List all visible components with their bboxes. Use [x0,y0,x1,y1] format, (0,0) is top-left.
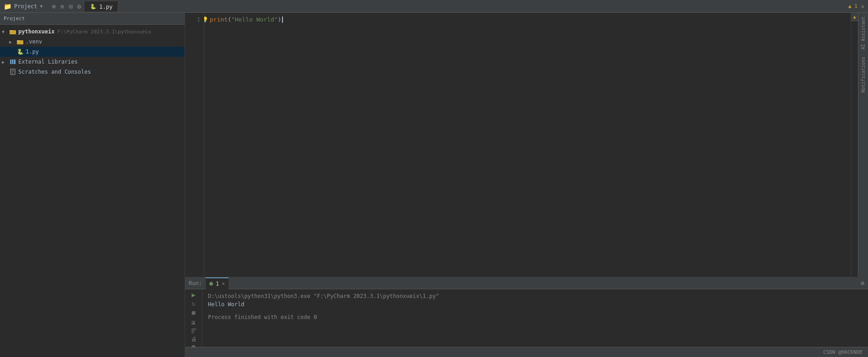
string-hello: "Hello World" [231,16,278,24]
run-label: Run: [189,280,202,287]
far-right-panel: AI Assistant Notifications [858,13,868,277]
gutter-warning-icon: ▲ [853,14,856,19]
tree-item-venv[interactable]: ▶ .venv [0,37,185,47]
bulb-hint-icon[interactable]: 💡 [204,16,208,24]
run-process-line: Process finished with exit code 0 [208,313,863,321]
status-bar: CSDN @HACKNOE [185,347,868,357]
scratch-icon [9,68,16,76]
run-cmd-line: D:\ustools\python31\python3.exe "F:\PyCh… [208,292,863,300]
line-numbers: 1 [185,13,204,277]
code-editor[interactable]: 💡 print ( "Hello World" ) [204,13,851,277]
run-settings-icon[interactable]: ⚙ [861,280,864,287]
title-bar: 📁 Project ▼ ⊕ ≡ ⊟ ⚙ 🐍 1.py ▲ 1 ∧ [0,0,868,13]
extlib-label: External Libraries [18,59,78,65]
code-line-1: 💡 print ( "Hello World" ) [210,16,851,24]
bookmark-icon[interactable]: ⊟ [69,3,72,10]
title-tab-py-icon: 🐍 [90,4,96,10]
paren-open: ( [228,16,231,24]
run-output-hello: Hello World [208,300,863,308]
folder-icon-venv [16,38,24,45]
status-label: CSDN @HACKNOE [823,349,863,355]
warning-count-top: ▲ 1 [848,3,857,9]
right-gutter: ▲ [851,13,858,277]
run-tab-right-icons: ⚙ [861,280,864,287]
sidebar-title: Project [4,16,25,22]
run-panel: Run: 1 ✕ ⚙ ▶ ↻ ■ [185,277,868,357]
warning-count-gutter: ▲ [851,13,858,21]
project-icon: 📁 [4,3,11,10]
run-sidebar: ▶ ↻ ■ [185,289,202,347]
svg-rect-4 [10,60,11,64]
run-tab-1[interactable]: 1 ✕ [206,277,229,289]
project-dropdown-arrow[interactable]: ▼ [40,4,43,9]
run-tab-number: 1 [216,281,219,287]
venv-label: .venv [26,38,42,45]
run-output-area: D:\ustools\python31\python3.exe "F:\PyCh… [202,289,868,347]
main-layout: Project ▼ pythonxueix F:\PyCharm 2023.3.… [0,13,868,357]
svg-rect-1 [10,30,12,31]
structure-icon[interactable]: ≡ [60,3,64,10]
run-print-button[interactable]: 🖨 [189,336,199,342]
sidebar-tree: ▼ pythonxueix F:\PyCharm 2023.3.1\python… [0,25,185,357]
folder-icon-root [9,28,16,35]
tree-item-1py[interactable]: ▶ 🐍 1.py [0,47,185,57]
kw-print: print [210,16,228,24]
svg-rect-6 [14,60,16,64]
run-status-dot [209,282,213,286]
run-wrap-button[interactable] [189,319,199,326]
title-bar-icons: ▲ 1 ∧ [848,3,864,10]
settings-icon[interactable]: ⚙ [77,3,81,10]
line-number-1: 1 [185,16,200,24]
tree-item-extlib[interactable]: ▶ External Libraries [0,57,185,67]
editor-area: 1 💡 print ( "Hello World" ) ▲ [185,13,868,357]
navigate-icon[interactable]: ⊕ [52,3,56,10]
library-icon [9,58,16,65]
sidebar-header: Project [0,13,185,25]
run-tab-bar: Run: 1 ✕ ⚙ [185,277,868,289]
svg-rect-3 [17,40,20,41]
scratch-label: Scratches and Consoles [18,69,91,75]
run-play-button[interactable]: ▶ [189,291,199,298]
project-dropdown[interactable]: Project [14,3,37,10]
tree-item-root[interactable]: ▼ pythonxueix F:\PyCharm 2023.3.1\python… [0,27,185,37]
svg-rect-5 [12,60,13,64]
root-folder-label: pythonxueix [18,28,54,35]
run-rerun-button[interactable]: ↻ [189,300,199,307]
run-content: ▶ ↻ ■ [185,289,868,347]
root-folder-path: F:\PyCharm 2023.3.1\pythonxueix [57,29,151,35]
arrow-venv: ▶ [9,39,16,44]
title-tab-1py[interactable]: 🐍 1.py [85,1,118,11]
editor-content[interactable]: 1 💡 print ( "Hello World" ) ▲ [185,13,868,277]
notifications-tab[interactable]: Notifications [860,53,867,96]
ai-assistant-tab[interactable]: AI Assistant [860,13,867,53]
paren-close: ) [278,16,282,24]
text-cursor [282,16,283,23]
arrow-extlib: ▶ [2,60,9,65]
run-sort-button[interactable] [189,328,199,334]
project-sidebar: Project ▼ pythonxueix F:\PyCharm 2023.3.… [0,13,185,357]
arrow-root: ▼ [2,29,9,34]
title-tab-label: 1.py [99,4,112,10]
run-close-btn[interactable]: ✕ [222,281,225,287]
title-bar-left: 📁 Project ▼ [4,3,43,10]
chevron-up-icon[interactable]: ∧ [861,3,864,10]
py-file-icon: 🐍 [16,48,24,55]
run-stop-button[interactable]: ■ [189,309,199,316]
1py-label: 1.py [26,49,39,55]
tree-item-scratch[interactable]: ▶ Scratches and Consoles [0,67,185,77]
